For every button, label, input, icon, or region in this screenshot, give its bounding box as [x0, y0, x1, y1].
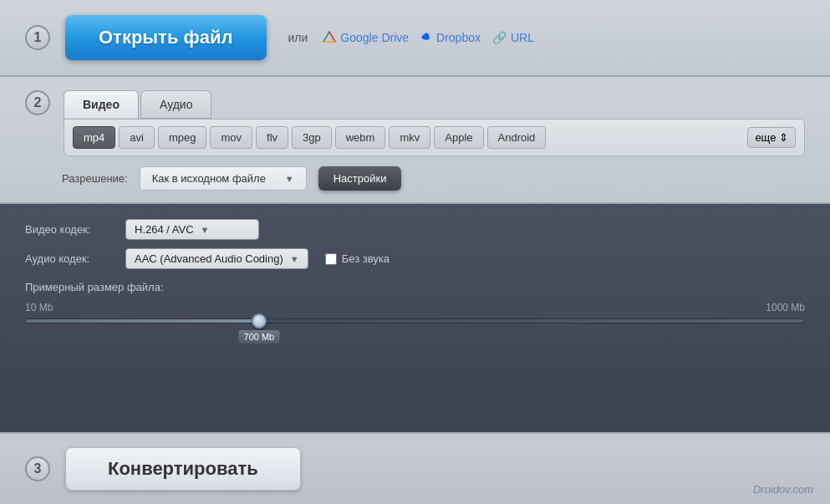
- slider-track[interactable]: [25, 318, 805, 323]
- filesize-title: Примерный размер файла:: [25, 281, 805, 293]
- tabs-area: Видео Аудио mp4 avi mpeg mov flv 3gp web…: [64, 90, 805, 156]
- resolution-row: Разрешение: Как в исходном файле ▼ Настр…: [25, 156, 805, 202]
- section-open-file: 1 Открыть файл или Google Drive: [0, 0, 830, 77]
- format-android[interactable]: Android: [487, 126, 547, 149]
- format-avi[interactable]: avi: [119, 126, 155, 149]
- dropbox-label: Dropbox: [436, 31, 481, 44]
- slider-value-label: 700 Mb: [239, 330, 280, 344]
- url-label: URL: [511, 31, 534, 44]
- slider-min-label: 10 Mb: [25, 302, 53, 313]
- video-codec-chevron: ▼: [201, 225, 210, 235]
- format-mpeg[interactable]: mpeg: [158, 126, 207, 149]
- google-drive-link[interactable]: Google Drive: [323, 31, 409, 45]
- step-1-number: 1: [25, 25, 50, 50]
- watermark: Droidov.com: [753, 483, 813, 496]
- tab-video[interactable]: Видео: [64, 90, 139, 119]
- format-mov[interactable]: mov: [210, 126, 252, 149]
- mute-checkbox[interactable]: [325, 253, 337, 265]
- tab-audio[interactable]: Аудио: [140, 90, 212, 119]
- format-more-button[interactable]: еще ⇕: [747, 127, 796, 148]
- resolution-value: Как в исходном файле: [152, 172, 266, 185]
- audio-codec-label: Аудио кодек:: [25, 252, 117, 265]
- open-file-button[interactable]: Открыть файл: [65, 15, 267, 60]
- mute-check: Без звука: [325, 252, 390, 265]
- format-mp4[interactable]: mp4: [73, 126, 115, 149]
- or-text: или: [288, 31, 308, 44]
- svg-line-2: [329, 32, 335, 42]
- slider-thumb[interactable]: [252, 313, 267, 328]
- dropbox-link[interactable]: Dropbox: [420, 31, 481, 45]
- section-convert: 3 Конвертировать Droidov.com: [0, 432, 830, 504]
- app-container: 1 Открыть файл или Google Drive: [0, 0, 830, 504]
- mute-label: Без звука: [342, 252, 390, 265]
- slider-container: 10 Mb 1000 Mb 700 Mb: [25, 302, 805, 344]
- format-flv[interactable]: flv: [256, 126, 288, 149]
- audio-codec-row: Аудио кодек: AAC (Advanced Audio Coding)…: [25, 248, 805, 269]
- convert-button[interactable]: Конвертировать: [65, 447, 301, 491]
- settings-button[interactable]: Настройки: [318, 166, 402, 191]
- step-3-number: 3: [25, 456, 50, 481]
- video-codec-row: Видео кодек: H.264 / AVC ▼: [25, 219, 805, 240]
- google-drive-label: Google Drive: [340, 31, 409, 44]
- resolution-dropdown[interactable]: Как в исходном файле ▼: [140, 166, 307, 191]
- svg-line-1: [323, 32, 329, 42]
- dropbox-icon: [420, 31, 432, 45]
- slider-labels: 10 Mb 1000 Mb: [25, 302, 805, 313]
- section-2-header: 2 Видео Аудио mp4 avi mpeg mov flv 3gp w…: [25, 90, 805, 156]
- cloud-links: Google Drive Dropbox 🔗 URL: [323, 31, 534, 45]
- resolution-chevron: ▼: [285, 174, 294, 184]
- google-drive-icon: [323, 31, 336, 45]
- audio-codec-value: AAC (Advanced Audio Coding): [135, 252, 283, 265]
- slider-max-label: 1000 Mb: [766, 302, 805, 313]
- url-icon: 🔗: [492, 31, 507, 44]
- audio-codec-select[interactable]: AAC (Advanced Audio Coding) ▼: [125, 248, 308, 269]
- format-apple[interactable]: Apple: [434, 126, 483, 149]
- video-codec-select[interactable]: H.264 / AVC ▼: [125, 219, 259, 240]
- filesize-section: Примерный размер файла: 10 Mb 1000 Mb 70…: [25, 281, 805, 344]
- resolution-label: Разрешение:: [62, 172, 128, 185]
- section-format: 2 Видео Аудио mp4 avi mpeg mov flv 3gp w…: [0, 77, 830, 204]
- video-codec-value: H.264 / AVC: [135, 223, 194, 236]
- format-3gp[interactable]: 3gp: [292, 126, 332, 149]
- audio-codec-chevron: ▼: [290, 254, 299, 264]
- tab-buttons: Видео Аудио: [64, 90, 805, 119]
- url-link[interactable]: 🔗 URL: [492, 31, 534, 44]
- format-bar: mp4 avi mpeg mov flv 3gp webm mkv Apple …: [64, 119, 805, 156]
- svg-marker-0: [323, 32, 335, 42]
- video-codec-label: Видео кодек:: [25, 223, 117, 236]
- format-webm[interactable]: webm: [335, 126, 386, 149]
- slider-fill: [26, 319, 259, 323]
- step-2-number: 2: [25, 90, 50, 115]
- format-mkv[interactable]: mkv: [389, 126, 430, 149]
- section-codec-settings: Видео кодек: H.264 / AVC ▼ Аудио кодек: …: [0, 204, 830, 432]
